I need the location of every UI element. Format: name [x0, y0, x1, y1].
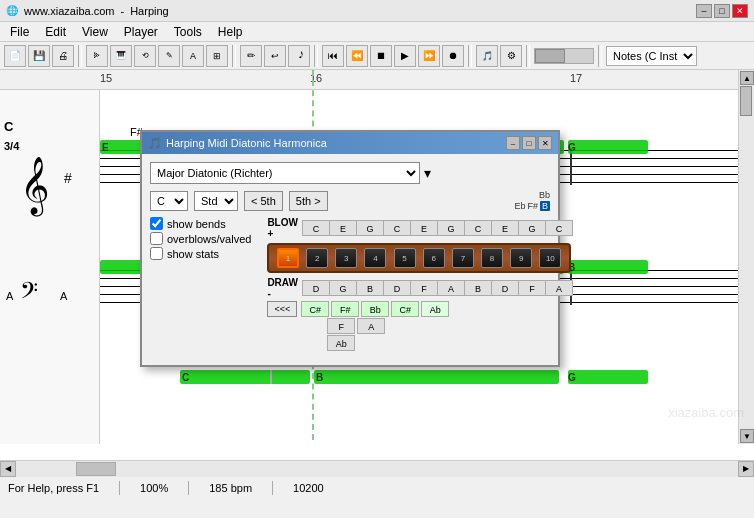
status-div2	[188, 481, 189, 495]
harmonica-icon[interactable]: 🎵	[476, 45, 498, 67]
record-button[interactable]: ⏺	[442, 45, 464, 67]
dialog-controls: – □ ✕	[506, 136, 552, 150]
dropdown-arrow[interactable]: ▾	[424, 165, 431, 181]
abc-button[interactable]: A	[182, 45, 204, 67]
harp-hole-8[interactable]: 8	[481, 248, 503, 268]
fifth-right-button[interactable]: 5th >	[289, 191, 328, 211]
draw-d2: D	[383, 280, 411, 296]
bottom-scrollbar[interactable]: ◀ ▶	[0, 460, 754, 476]
close-button[interactable]: ✕	[732, 4, 748, 18]
grid-button[interactable]: ⊞	[206, 45, 228, 67]
vertical-scrollbar[interactable]: ▲ ▼	[738, 70, 754, 444]
harp-hole-2[interactable]: 2	[306, 248, 328, 268]
harp-hole-5[interactable]: 5	[394, 248, 416, 268]
overblows-checkbox[interactable]	[150, 232, 163, 245]
harp-hole-6[interactable]: 6	[423, 248, 445, 268]
style-select[interactable]: Std	[194, 191, 238, 211]
save-button[interactable]: 💾	[28, 45, 50, 67]
harp-hole-10[interactable]: 10	[539, 248, 561, 268]
bend-a: A	[357, 318, 385, 334]
draw-label: DRAW -	[267, 277, 298, 299]
sep2	[232, 45, 236, 67]
menu-view[interactable]: View	[74, 23, 116, 41]
maximize-button[interactable]: □	[714, 4, 730, 18]
play-button[interactable]: ▶	[394, 45, 416, 67]
new-button[interactable]: 📄	[4, 45, 26, 67]
next-button[interactable]: ⏩	[418, 45, 440, 67]
loop-button[interactable]: ⟲	[134, 45, 156, 67]
show-stats-checkbox[interactable]	[150, 247, 163, 260]
draw-d3: D	[491, 280, 519, 296]
harmonica-dialog: 🎵 Harping Midi Diatonic Harmonica – □ ✕ …	[140, 130, 560, 367]
menu-edit[interactable]: Edit	[37, 23, 74, 41]
note-e: E	[102, 142, 109, 153]
time-sig-top: C	[4, 120, 13, 133]
note-g: G	[568, 142, 576, 153]
bend-f: F	[327, 318, 355, 334]
curve-button[interactable]: ↩	[264, 45, 286, 67]
sep4	[468, 45, 472, 67]
scroll-thumb[interactable]	[740, 86, 752, 116]
pencil-button[interactable]: ✏	[240, 45, 262, 67]
draw-b2: B	[464, 280, 492, 296]
show-bends-checkbox[interactable]	[150, 217, 163, 230]
note-bottom-3	[568, 370, 648, 384]
harp-hole-4[interactable]: 4	[364, 248, 386, 268]
harp-hole-1[interactable]: 1	[277, 248, 299, 268]
menu-help[interactable]: Help	[210, 23, 251, 41]
stop-button[interactable]: ⏹	[370, 45, 392, 67]
back-button[interactable]: <<<	[267, 301, 297, 317]
help-text: For Help, press F1	[8, 482, 99, 494]
blow-label: BLOW +	[267, 217, 298, 239]
scroll-right-button[interactable]: ▶	[738, 461, 754, 477]
menu-file[interactable]: File	[2, 23, 37, 41]
dialog-minimize[interactable]: –	[506, 136, 520, 150]
blow-c2: C	[383, 220, 411, 236]
settings-icon[interactable]: ⚙	[500, 45, 522, 67]
preset-select[interactable]: Major Diatonic (Richter)	[150, 162, 420, 184]
menu-tools[interactable]: Tools	[166, 23, 210, 41]
harp-hole-3[interactable]: 3	[335, 248, 357, 268]
sep6	[598, 45, 602, 67]
blow-e3: E	[491, 220, 519, 236]
blow-g3: G	[518, 220, 546, 236]
key-select[interactable]: C	[150, 191, 188, 211]
harp-hole-9[interactable]: 9	[510, 248, 532, 268]
status-div3	[272, 481, 273, 495]
minimize-button[interactable]: –	[696, 4, 712, 18]
draw-b1: B	[356, 280, 384, 296]
harp-hole-7[interactable]: 7	[452, 248, 474, 268]
blow-c1: C	[302, 220, 330, 236]
draw-a1: A	[437, 280, 465, 296]
top-note-eb: Eb	[514, 201, 525, 211]
sep3	[314, 45, 318, 67]
dialog-maximize[interactable]: □	[522, 136, 536, 150]
piano-button[interactable]: 🎹	[110, 45, 132, 67]
prev-start-button[interactable]: ⏮	[322, 45, 344, 67]
note12-button[interactable]: 𝅘𝅥𝅯	[288, 45, 310, 67]
statusbar: For Help, press F1 100% 185 bpm 10200	[0, 476, 754, 498]
overblows-row: overblows/valved	[150, 232, 251, 245]
status-div1	[119, 481, 120, 495]
prev-button[interactable]: ⏪	[346, 45, 368, 67]
favicon: 🌐	[6, 5, 18, 16]
scroll-down-button[interactable]: ▼	[740, 429, 754, 443]
notes-select[interactable]: Notes (C Inst	[606, 46, 697, 66]
volume-slider[interactable]	[534, 48, 594, 64]
toolbar: 📄 💾 🖨 ⫸ 🎹 ⟲ ✎ A ⊞ ✏ ↩ 𝅘𝅥𝅯 ⏮ ⏪ ⏹ ▶ ⏩ ⏺ 🎵 …	[0, 42, 754, 70]
scroll-left-button[interactable]: ◀	[0, 461, 16, 477]
draw-f1: F	[410, 280, 438, 296]
mixer-button[interactable]: ⫸	[86, 45, 108, 67]
titlebar-url: www.xiazaiba.com	[24, 5, 114, 17]
show-stats-label: show stats	[167, 248, 219, 260]
scroll-up-button[interactable]: ▲	[740, 71, 754, 85]
measure-15: 15	[100, 72, 112, 84]
print-button[interactable]: 🖨	[52, 45, 74, 67]
watermark: xiazaiba.com	[668, 405, 744, 420]
dialog-close[interactable]: ✕	[538, 136, 552, 150]
scroll-track	[16, 461, 738, 477]
edit2-button[interactable]: ✎	[158, 45, 180, 67]
fifth-left-button[interactable]: < 5th	[244, 191, 283, 211]
menu-player[interactable]: Player	[116, 23, 166, 41]
scroll-thumb-h[interactable]	[76, 462, 116, 476]
